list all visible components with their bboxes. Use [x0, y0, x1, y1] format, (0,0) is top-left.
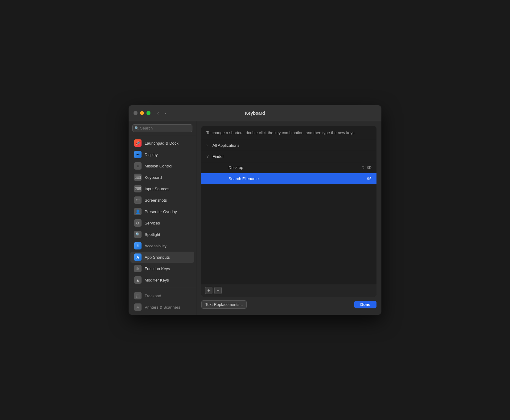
sidebar-label-trackpad: Trackpad	[145, 294, 161, 298]
sidebar-item-screenshots[interactable]: ⬚ Screenshots	[130, 195, 194, 206]
sidebar-label-app-shortcuts: App Shortcuts	[145, 255, 170, 260]
shortcut-list: › All Applications ∨ Finder Desktop ⌥⇧⌘D	[201, 140, 376, 284]
search-filename-row[interactable]: Search Filename ⌘S	[201, 173, 376, 184]
all-applications-row[interactable]: › All Applications	[201, 140, 376, 151]
presenter-overlay-icon: 👤	[134, 208, 142, 215]
sidebar-bottom: ⬚ Trackpad 🖨 Printers & Scanners	[129, 288, 196, 315]
sidebar-item-mission-control[interactable]: ⊞ Mission Control	[130, 160, 194, 171]
sidebar-item-printers-scanners[interactable]: 🖨 Printers & Scanners	[130, 302, 194, 313]
search-bar: 🔍	[129, 121, 196, 135]
display-icon: ☀	[134, 151, 142, 158]
all-applications-label: All Applications	[212, 143, 372, 148]
sidebar-item-presenter-overlay[interactable]: 👤 Presenter Overlay	[130, 206, 194, 217]
remove-shortcut-button[interactable]: −	[214, 287, 222, 294]
sidebar-item-launchpad[interactable]: 🚀 Launchpad & Dock	[130, 138, 194, 149]
search-input[interactable]	[132, 124, 192, 132]
mission-control-icon: ⊞	[134, 162, 142, 170]
keyboard-icon: ⌨	[134, 174, 142, 181]
desktop-shortcut: ⌥⇧⌘D	[362, 165, 372, 170]
sidebar-label-printers-scanners: Printers & Scanners	[145, 305, 180, 310]
input-sources-icon: ⌨	[134, 185, 142, 192]
sidebar-item-keyboard[interactable]: ⌨ Keyboard	[130, 172, 194, 183]
function-keys-icon: fn	[134, 265, 142, 272]
text-replacements-button[interactable]: Text Replacements...	[201, 300, 247, 309]
sidebar-item-services[interactable]: ⚙ Services	[130, 217, 194, 229]
sidebar-label-launchpad: Launchpad & Dock	[145, 141, 179, 146]
printers-scanners-icon: 🖨	[134, 303, 142, 311]
finder-label: Finder	[212, 154, 372, 159]
sidebar-label-services: Services	[145, 221, 160, 225]
sidebar-label-modifier-keys: Modifier Keys	[145, 278, 169, 282]
forward-button[interactable]: ›	[162, 109, 168, 117]
all-applications-chevron: ›	[206, 143, 210, 147]
services-icon: ⚙	[134, 219, 142, 227]
sidebar-item-app-shortcuts[interactable]: A App Shortcuts	[130, 252, 194, 263]
sidebar-label-screenshots: Screenshots	[145, 198, 167, 203]
system-preferences-window: ‹ › Keyboard 🔍 🚀 Launchpad & Dock ☀	[129, 105, 381, 315]
shortcuts-container: To change a shortcut, double click the k…	[201, 126, 376, 297]
close-button[interactable]	[134, 111, 138, 115]
sidebar-label-input-sources: Input Sources	[145, 187, 169, 191]
search-icon: 🔍	[134, 126, 139, 130]
sidebar-items: 🚀 Launchpad & Dock ☀ Display ⊞ Mission C…	[129, 135, 196, 288]
screenshots-icon: ⬚	[134, 196, 142, 204]
window-title: Keyboard	[245, 111, 265, 116]
main-panel: To change a shortcut, double click the k…	[196, 121, 381, 315]
sidebar-label-mission-control: Mission Control	[145, 164, 172, 168]
desktop-label: Desktop	[212, 165, 362, 170]
sidebar-item-function-keys[interactable]: fn Function Keys	[130, 263, 194, 274]
sidebar-label-keyboard: Keyboard	[145, 175, 162, 180]
sidebar-label-display: Display	[145, 152, 158, 157]
spotlight-icon: 🔍	[134, 231, 142, 238]
bottom-bar: Text Replacements... Done	[201, 297, 376, 310]
done-button[interactable]: Done	[354, 301, 377, 308]
sidebar-label-spotlight: Spotlight	[145, 232, 160, 237]
sidebar-item-accessibility[interactable]: ℹ Accessibility	[130, 240, 194, 251]
back-button[interactable]: ‹	[155, 109, 161, 117]
sidebar: 🔍 🚀 Launchpad & Dock ☀ Display ⊞ Mission…	[129, 121, 196, 315]
sidebar-item-input-sources[interactable]: ⌨ Input Sources	[130, 183, 194, 194]
sidebar-label-presenter-overlay: Presenter Overlay	[145, 209, 177, 214]
sidebar-label-accessibility: Accessibility	[145, 244, 167, 248]
trackpad-icon: ⬚	[134, 292, 142, 299]
search-filename-shortcut: ⌘S	[367, 176, 372, 181]
app-shortcuts-icon: A	[134, 253, 142, 261]
add-shortcut-button[interactable]: +	[205, 287, 212, 294]
maximize-button[interactable]	[146, 111, 150, 115]
traffic-lights	[134, 111, 150, 115]
sidebar-item-spotlight[interactable]: 🔍 Spotlight	[130, 229, 194, 240]
shortcut-action-bar: + −	[201, 284, 376, 297]
finder-row[interactable]: ∨ Finder	[201, 151, 376, 162]
title-bar: ‹ › Keyboard	[129, 105, 381, 121]
sidebar-item-modifier-keys[interactable]: ▲ Modifier Keys	[130, 274, 194, 286]
sidebar-item-display[interactable]: ☀ Display	[130, 149, 194, 160]
window-content: 🔍 🚀 Launchpad & Dock ☀ Display ⊞ Mission…	[129, 121, 381, 315]
accessibility-icon: ℹ	[134, 242, 142, 249]
search-filename-label: Search Filename	[212, 176, 367, 181]
modifier-keys-icon: ▲	[134, 276, 142, 284]
info-banner: To change a shortcut, double click the k…	[201, 126, 376, 140]
minimize-button[interactable]	[140, 111, 144, 115]
sidebar-item-trackpad[interactable]: ⬚ Trackpad	[130, 290, 194, 301]
sidebar-label-function-keys: Function Keys	[145, 266, 170, 271]
nav-buttons: ‹ ›	[155, 109, 168, 117]
finder-chevron: ∨	[206, 154, 210, 159]
desktop-row[interactable]: Desktop ⌥⇧⌘D	[201, 162, 376, 173]
launchpad-icon: 🚀	[134, 139, 142, 147]
